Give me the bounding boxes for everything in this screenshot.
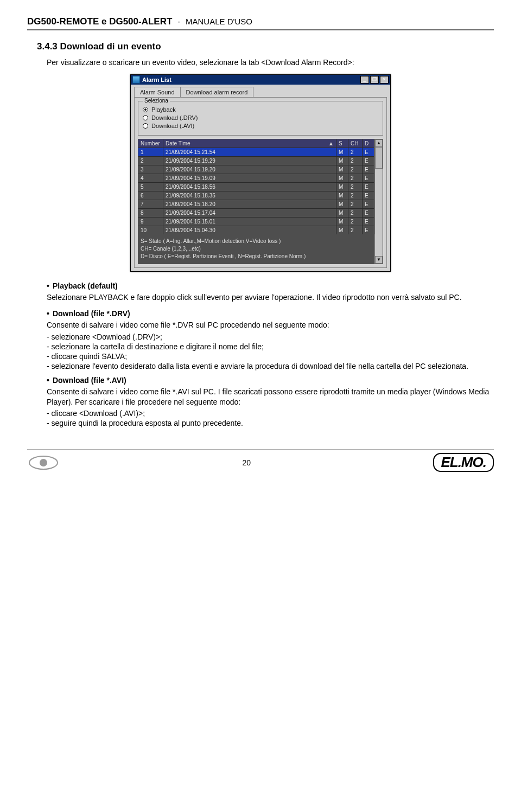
list-item: - cliccare <Download (.AVI)>; xyxy=(47,409,494,418)
screenshot-figure: Alarm List _ ❐ × Alarm Sound Download al… xyxy=(27,74,494,272)
section-heading: 3.4.3 Download di un evento xyxy=(37,41,494,52)
sublist-drv: - selezionare <Download (.DRV)>; - selez… xyxy=(47,333,494,370)
doc-header: DG500-REMOTE e DG500-ALERT - MANUALE D'U… xyxy=(27,16,494,30)
bullet-avi: •Download (file *.AVI) xyxy=(47,376,494,385)
tab-alarm-sound[interactable]: Alarm Sound xyxy=(134,87,181,97)
table-row[interactable]: 321/09/2004 15.19.20M2E xyxy=(138,165,374,174)
bullet-playback: •Playback (default) xyxy=(47,282,494,290)
list-item: - selezionare la cartella di destinazion… xyxy=(47,342,494,351)
header-title: DG500-REMOTE e DG500-ALERT xyxy=(27,16,172,27)
radio-avi-label: Download (.AVI) xyxy=(151,123,194,129)
tabs: Alarm Sound Download alarm record xyxy=(134,87,387,97)
page-number: 20 xyxy=(242,458,251,467)
table-row[interactable]: 421/09/2004 15.19.09M2E xyxy=(138,174,374,182)
app-icon xyxy=(132,76,140,84)
header-subtitle: MANUALE D'USO xyxy=(186,17,252,26)
radio-download-drv[interactable]: Download (.DRV) xyxy=(143,114,378,121)
col-datetime[interactable]: Date Time▲ xyxy=(163,139,336,148)
list-item: - cliccare quindi SALVA; xyxy=(47,352,494,361)
col-d[interactable]: D xyxy=(363,139,374,148)
list-item: - selezionare <Download (.DRV)>; xyxy=(47,333,494,341)
titlebar[interactable]: Alarm List _ ❐ × xyxy=(131,75,390,85)
note-s: S= Stato ( A=Ing. Allar.,M=Motion detect… xyxy=(141,238,372,245)
table-row[interactable]: 921/09/2004 15.15.01M2E xyxy=(138,217,374,226)
intro-paragraph: Per visualizzare o scaricare un evento v… xyxy=(47,57,494,68)
window-title: Alarm List xyxy=(142,76,360,83)
minimize-button[interactable]: _ xyxy=(360,76,369,84)
sublist-avi: - cliccare <Download (.AVI)>; - seguire … xyxy=(47,409,494,427)
col-ch[interactable]: CH xyxy=(348,139,363,148)
scroll-track[interactable] xyxy=(375,169,383,256)
alarm-list-window: Alarm List _ ❐ × Alarm Sound Download al… xyxy=(130,74,391,272)
list-item: - selezionare l'evento desiderato dalla … xyxy=(47,362,494,370)
close-button[interactable]: × xyxy=(380,76,389,84)
events-table: Number Date Time▲ S CH D 121/09/2004 15.… xyxy=(138,139,383,264)
col-number[interactable]: Number xyxy=(138,139,163,148)
group-legend: Seleziona xyxy=(143,98,170,104)
table-notes: S= Stato ( A=Ing. Allar.,M=Motion detect… xyxy=(138,234,374,264)
table-row[interactable]: 121/09/2004 15.21.54M2E xyxy=(138,148,374,156)
col-s[interactable]: S xyxy=(336,139,348,148)
svg-point-1 xyxy=(40,459,47,466)
table-row[interactable]: 821/09/2004 15.17.04M2E xyxy=(138,208,374,217)
elmo-logo: EL.MO. xyxy=(433,453,494,472)
scrollbar[interactable]: ▲ ▼ xyxy=(374,139,383,264)
radio-playback-label: Playback xyxy=(151,106,176,113)
table-row[interactable]: 221/09/2004 15.19.29M2E xyxy=(138,156,374,165)
tab-download-alarm-record[interactable]: Download alarm record xyxy=(180,87,254,97)
eye-icon xyxy=(27,455,60,470)
restore-button[interactable]: ❐ xyxy=(370,76,379,84)
table-row[interactable]: 1021/09/2004 15.04.30M2E xyxy=(138,226,374,234)
para-avi: Consente di salvare i video come file *.… xyxy=(47,387,494,407)
radio-playback[interactable]: Playback xyxy=(143,106,378,113)
header-sep: - xyxy=(177,17,180,26)
list-item: - seguire quindi la procedura esposta al… xyxy=(47,419,494,427)
scroll-down-icon[interactable]: ▼ xyxy=(375,256,383,264)
radio-download-avi[interactable]: Download (.AVI) xyxy=(143,123,378,129)
scroll-thumb[interactable] xyxy=(375,147,383,169)
seleziona-group: Seleziona Playback Download (.DRV) Downl… xyxy=(138,101,383,136)
table-row[interactable]: 721/09/2004 15.18.20M2E xyxy=(138,200,374,208)
note-d: D= Disco ( E=Regist. Partizione Eventi ,… xyxy=(141,253,372,260)
table-row[interactable]: 621/09/2004 15.18.35M2E xyxy=(138,191,374,200)
bullet-drv: •Download (file *.DRV) xyxy=(47,309,494,318)
page-footer: 20 EL.MO. xyxy=(27,449,494,472)
note-ch: CH= Canale (1,2,3,...etc) xyxy=(141,245,372,253)
para-drv: Consente di salvare i video come file *.… xyxy=(47,320,494,330)
radio-drv-label: Download (.DRV) xyxy=(151,114,198,121)
table-row[interactable]: 521/09/2004 15.18.56M2E xyxy=(138,182,374,191)
scroll-up-icon[interactable]: ▲ xyxy=(375,139,383,147)
para-playback: Selezionare PLAYBACK e fare doppio click… xyxy=(47,292,494,303)
sort-icon: ▲ xyxy=(328,140,334,146)
table-header[interactable]: Number Date Time▲ S CH D xyxy=(138,139,374,148)
